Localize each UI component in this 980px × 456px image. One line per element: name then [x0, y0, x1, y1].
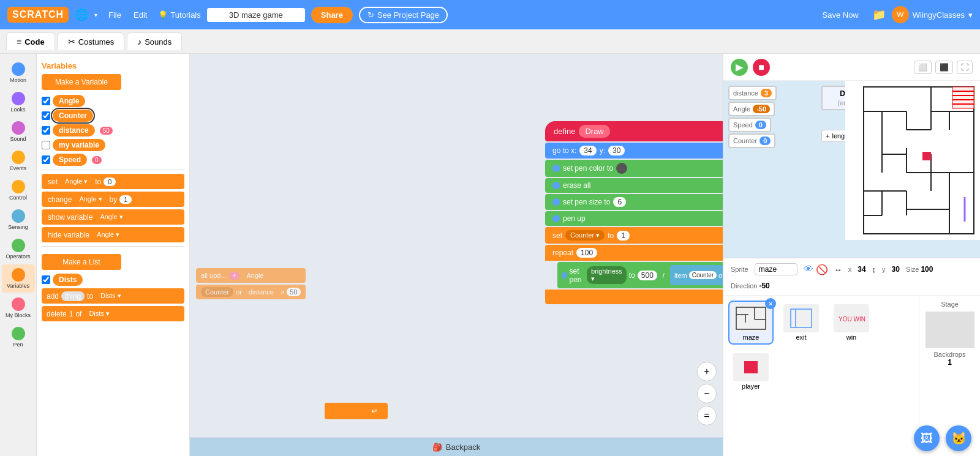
zoom-in-button[interactable]: +	[697, 362, 717, 381]
add-to-dists-block[interactable]: add thing to Dists ▾	[42, 288, 184, 304]
myblocks-dot	[12, 297, 25, 311]
set-pen-brightness-block[interactable]: set pen brightness ▾ to 500 / item Count…	[557, 262, 723, 288]
change-angle-block[interactable]: change Angle ▾ by 1	[42, 192, 184, 207]
sprite-win[interactable]: YOU WIN win	[829, 301, 874, 345]
folder-icon[interactable]: 📁	[872, 8, 886, 21]
brightness-val[interactable]: 500	[638, 271, 657, 280]
code-area[interactable]: all upd... + Angle Counter or distance >…	[190, 54, 723, 456]
hide-variable-block[interactable]: hide variable Angle ▾	[42, 227, 184, 242]
svg-text:YOU WIN: YOU WIN	[839, 316, 865, 323]
category-looks[interactable]: Looks	[2, 88, 35, 116]
goto-x-val[interactable]: 34	[579, 146, 596, 155]
edit-menu[interactable]: Edit	[129, 8, 152, 22]
angle-monitor[interactable]: Angle -50	[728, 102, 775, 116]
repeat-block[interactable]: repeat 100 set pen brightness ▾ to 500 /…	[545, 245, 723, 304]
show-hidden-icon[interactable]: 🚫	[816, 264, 828, 275]
category-pen[interactable]: Pen	[2, 323, 35, 351]
sprite-maze-delete[interactable]: ✕	[765, 298, 776, 309]
set-pen-size-block[interactable]: set pen size to 6	[545, 194, 723, 210]
category-operators[interactable]: Operators	[2, 235, 35, 263]
color-swatch[interactable]	[616, 163, 627, 174]
counter-block[interactable]: Counter	[53, 110, 93, 122]
item-block[interactable]: item Counter of Dists ▾	[670, 265, 723, 285]
red-stop-button[interactable]: ■	[753, 59, 770, 76]
myvariable-block[interactable]: my variable	[53, 139, 105, 151]
delete-from-dists-block[interactable]: delete 1 of Dists ▾	[42, 306, 184, 321]
dists-oval[interactable]: Dists ▾	[96, 291, 126, 301]
globe-icon[interactable]: 🌐	[75, 8, 88, 21]
share-button[interactable]: Share	[311, 7, 353, 23]
add-backdrop-fab[interactable]: 🖼	[914, 425, 940, 451]
sound-dot	[12, 121, 25, 135]
counter-val[interactable]: 1	[617, 231, 630, 241]
category-variables[interactable]: Variables	[2, 264, 35, 293]
user-menu[interactable]: W WiingyClasses ▾	[892, 6, 973, 23]
angle-checkbox[interactable]	[42, 97, 50, 105]
set-angle-block[interactable]: set Angle ▾ to 0	[42, 174, 184, 189]
pen-up-block[interactable]: pen up	[545, 211, 723, 226]
stage-fullscreen-button[interactable]: ⛶	[957, 61, 973, 74]
x-label: x	[848, 266, 852, 273]
scratch-logo[interactable]: SCRATCH	[7, 7, 69, 23]
see-project-button[interactable]: ↻ See Project Page	[359, 7, 448, 23]
tutorials-btn[interactable]: 💡Tutorials	[158, 10, 200, 20]
zoom-out-button[interactable]: −	[697, 384, 717, 403]
distance-monitor[interactable]: distance 3	[728, 86, 777, 100]
dists-checkbox[interactable]	[42, 275, 50, 284]
show-visible-icon[interactable]: 👁	[804, 264, 813, 275]
myvariable-checkbox[interactable]	[42, 141, 50, 149]
add-sprite-fab[interactable]: 🐱	[946, 425, 971, 451]
repeat-val[interactable]: 100	[576, 248, 597, 258]
angle-oval-2[interactable]: Angle ▾	[74, 194, 107, 204]
goto-block[interactable]: go to x: 34 y: 30	[545, 143, 723, 159]
project-name[interactable]: 3D maze game	[207, 8, 305, 22]
speed-block[interactable]: Speed	[53, 154, 87, 166]
sprite-exit[interactable]: exit	[778, 301, 824, 345]
green-flag-button[interactable]: ▶	[731, 59, 748, 76]
tab-costumes[interactable]: ✂ Costumes	[58, 32, 125, 50]
erase-all-block[interactable]: erase all	[545, 178, 723, 193]
distance-block[interactable]: distance	[53, 124, 95, 136]
stage-large-button[interactable]: ⬛	[935, 61, 953, 74]
category-sound[interactable]: Sound	[2, 118, 35, 146]
make-variable-button[interactable]: Make a Variable	[42, 74, 121, 90]
define-block[interactable]: define Draw	[545, 121, 723, 141]
sprite-player[interactable]: player	[728, 349, 774, 394]
angle-block[interactable]: Angle	[53, 95, 85, 107]
distance-checkbox[interactable]	[42, 126, 50, 135]
counter-oval[interactable]: Counter ▾	[565, 230, 605, 241]
angle-oval-3[interactable]: Angle ▾	[95, 212, 127, 222]
make-list-button[interactable]: Make a List	[42, 254, 121, 270]
sprite-name-input[interactable]	[755, 263, 797, 275]
set-counter-block[interactable]: set Counter ▾ to 1	[545, 227, 723, 244]
counter-checkbox[interactable]	[42, 111, 50, 120]
brightness-oval[interactable]: brightness ▾	[587, 266, 627, 284]
category-myblocks[interactable]: My Blocks	[2, 294, 35, 322]
backpack-bar[interactable]: 🎒 Backpack	[190, 438, 723, 456]
stage-small-button[interactable]: ⬜	[914, 61, 932, 74]
angle-oval[interactable]: Angle ▾	[60, 176, 92, 187]
partial-orange-block[interactable]: ↵	[325, 403, 388, 419]
counter-monitor[interactable]: Counter 0	[728, 133, 775, 148]
set-pen-color-block[interactable]: set pen color to	[545, 160, 723, 177]
sprite-maze[interactable]: ✕ maze	[728, 301, 774, 345]
category-events[interactable]: Events	[2, 147, 35, 175]
pen-size-val[interactable]: 6	[613, 197, 626, 207]
angle-oval-4[interactable]: Angle ▾	[92, 230, 124, 240]
dists-block[interactable]: Dists	[53, 274, 83, 286]
save-button[interactable]: Save Now	[823, 10, 859, 20]
show-variable-block[interactable]: show variable Angle ▾	[42, 209, 184, 225]
tab-sounds[interactable]: ♪ Sounds	[127, 32, 182, 50]
speed-monitor[interactable]: Speed 0	[728, 118, 771, 132]
zoom-reset-button[interactable]: =	[697, 406, 717, 425]
goto-y-val[interactable]: 30	[608, 146, 625, 155]
tab-code[interactable]: ≡ Code	[6, 32, 55, 50]
globe-dropdown-icon[interactable]: ▾	[94, 12, 97, 18]
category-motion[interactable]: Motion	[2, 59, 35, 87]
stage-thumbnail[interactable]	[925, 312, 974, 348]
category-control[interactable]: Control	[2, 176, 35, 204]
dists-oval-2[interactable]: Dists ▾	[84, 308, 115, 319]
category-sensing[interactable]: Sensing	[2, 206, 35, 234]
file-menu[interactable]: File	[104, 8, 126, 22]
speed-checkbox[interactable]	[42, 155, 50, 164]
